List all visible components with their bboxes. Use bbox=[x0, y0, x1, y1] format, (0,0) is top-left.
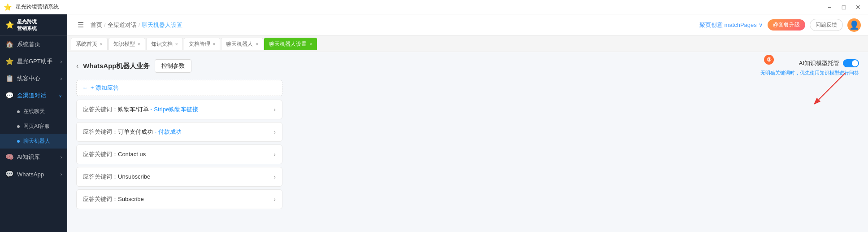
tab-chatbot-settings[interactable]: 聊天机器人设置 × bbox=[264, 38, 317, 50]
sidebar-item-leads[interactable]: 📋 线客中心 › bbox=[0, 70, 67, 87]
response-item-2[interactable]: 应答关键词：订单支付成功 - 付款成功 › bbox=[76, 122, 282, 142]
keyword-value-3: Contact us bbox=[118, 151, 146, 158]
tab-knowledge-close[interactable]: × bbox=[138, 42, 140, 47]
sidebar-logo: ⭐ 星光跨境营销系统 bbox=[0, 14, 67, 36]
matchpages-button[interactable]: 聚页创意 matchPages ∨ bbox=[699, 21, 763, 29]
tab-docmgr[interactable]: 文档管理 × bbox=[184, 38, 221, 50]
app-title: 星光跨境营销系统 bbox=[16, 3, 59, 11]
add-response-label: + 添加应答 bbox=[91, 84, 119, 92]
svg-line-1 bbox=[819, 73, 846, 100]
tab-chatbot-close[interactable]: × bbox=[256, 42, 258, 47]
keyword-label-4: 应答关键词： bbox=[83, 173, 118, 180]
sidebar-item-chatbot[interactable]: 聊天机器人 bbox=[0, 134, 67, 149]
ai-toggle-row: AI知识模型托管 bbox=[760, 59, 859, 67]
add-response-button[interactable]: ＋ + 添加应答 bbox=[76, 80, 282, 96]
sidebar: ⭐ 星光跨境营销系统 🏠 系统首页 ⭐ 星光GPT助手 › 📋 线客中心 › 💬… bbox=[0, 14, 67, 232]
tab-docmgr-label: 文档管理 bbox=[189, 40, 210, 48]
response-text-2: 应答关键词：订单支付成功 - 付款成功 bbox=[83, 128, 182, 136]
topnav-right: 聚页创意 matchPages ∨ @套餐升级 问题反馈 👤 bbox=[699, 18, 861, 32]
keyword-value-5: Subscribe bbox=[118, 196, 144, 202]
breadcrumb-home[interactable]: 首页 bbox=[91, 21, 102, 29]
menu-button[interactable]: ☰ bbox=[74, 19, 87, 31]
keyword-value-4: Unsubscribe bbox=[118, 173, 150, 180]
response-list: ＋ + 添加应答 应答关键词：购物车/订单 - Stripe购物车链接 › 应答… bbox=[76, 80, 282, 209]
tab-knowledge-label: 知识模型 bbox=[113, 40, 135, 48]
response-item-5[interactable]: 应答关键词：Subscribe › bbox=[76, 189, 282, 209]
chevron-down-icon: ∨ bbox=[59, 93, 62, 98]
maximize-button[interactable]: □ bbox=[838, 1, 850, 13]
feedback-label: 问题反馈 bbox=[816, 21, 837, 29]
topnav-left: ☰ 首页 / 全渠道对话 / 聊天机器人设置 bbox=[74, 19, 182, 31]
back-button[interactable]: ‹ bbox=[76, 62, 78, 70]
sidebar-item-gpt[interactable]: ⭐ 星光GPT助手 › bbox=[0, 53, 67, 70]
chevron-right-icon7: › bbox=[273, 151, 276, 158]
tab-home-close[interactable]: × bbox=[100, 42, 103, 47]
chevron-right-icon8: › bbox=[273, 173, 276, 180]
matchpages-label: 聚页创意 matchPages bbox=[699, 21, 757, 29]
sidebar-item-livechat[interactable]: 在线聊天 bbox=[0, 104, 67, 119]
avatar[interactable]: 👤 bbox=[847, 18, 861, 32]
breadcrumb-current: 聊天机器人设置 bbox=[142, 21, 182, 29]
annotation-number: ③ bbox=[764, 55, 774, 65]
response-item-3[interactable]: 应答关键词：Contact us › bbox=[76, 144, 282, 164]
plus-icon: ＋ bbox=[82, 84, 88, 92]
tabs-bar: 系统首页 × 知识模型 × 知识文档 × 文档管理 × 聊天机器人 × 聊天机器… bbox=[67, 36, 868, 52]
ctrl-params-button[interactable]: 控制参数 bbox=[155, 59, 191, 73]
chevron-down-icon2: ∨ bbox=[759, 22, 763, 28]
response-item-4[interactable]: 应答关键词：Unsubscribe › bbox=[76, 167, 282, 187]
star-icon: ⭐ bbox=[5, 57, 13, 66]
minimize-button[interactable]: − bbox=[823, 1, 836, 13]
main-content: ☰ 首页 / 全渠道对话 / 聊天机器人设置 聚页创意 matchPages ∨… bbox=[67, 14, 868, 232]
keyword-label-2: 应答关键词： bbox=[83, 128, 118, 135]
ai-description: 无明确关键词时，优先使用知识模型进行问答 bbox=[760, 69, 859, 77]
tab-knowledge[interactable]: 知识模型 × bbox=[108, 38, 145, 50]
chevron-right-icon: › bbox=[61, 59, 62, 64]
sidebar-app-name: 星光跨境营销系统 bbox=[17, 18, 37, 31]
response-text-4: 应答关键词：Unsubscribe bbox=[83, 173, 150, 181]
ai-toggle-switch[interactable] bbox=[843, 59, 859, 67]
keyword-sub-1: - Stripe购物车链接 bbox=[150, 106, 198, 113]
chevron-right-icon4: › bbox=[61, 172, 62, 177]
response-text-3: 应答关键词：Contact us bbox=[83, 150, 146, 158]
page-title: WhatsApp机器人业务 bbox=[83, 62, 150, 70]
ai-panel: ③ AI知识模型托管 无明确关键词时，优先使用知识模型进行问答 bbox=[760, 59, 859, 77]
sidebar-livechat-label: 在线聊天 bbox=[23, 108, 45, 115]
tab-chatbot-settings-close[interactable]: × bbox=[309, 42, 312, 47]
keyword-value-2: 订单支付成功 bbox=[118, 128, 153, 135]
tab-knowledgedoc-close[interactable]: × bbox=[175, 42, 178, 47]
chevron-right-icon6: › bbox=[273, 128, 276, 136]
sidebar-item-home[interactable]: 🏠 系统首页 bbox=[0, 36, 67, 53]
feedback-button[interactable]: 问题反馈 bbox=[810, 19, 843, 31]
breadcrumb-sep1: / bbox=[104, 22, 106, 28]
chat-icon: 💬 bbox=[5, 92, 13, 100]
sidebar-item-ailib[interactable]: 🧠 AI知识库 › bbox=[0, 149, 67, 166]
tab-chatbot-settings-label: 聊天机器人设置 bbox=[269, 40, 307, 48]
titlebar-controls: − □ ✕ bbox=[823, 1, 864, 13]
sidebar-item-aichat[interactable]: 网页AI客服 bbox=[0, 119, 67, 134]
ai-toggle-label: AI知识模型托管 bbox=[799, 59, 839, 67]
sidebar-leads-label: 线客中心 bbox=[17, 74, 40, 83]
dot-icon2 bbox=[17, 125, 20, 128]
logo-star-icon: ⭐ bbox=[5, 21, 14, 29]
tab-knowledgedoc[interactable]: 知识文档 × bbox=[146, 38, 183, 50]
sidebar-item-allchat[interactable]: 💬 全渠道对话 ∨ bbox=[0, 87, 67, 104]
tab-home[interactable]: 系统首页 × bbox=[71, 38, 108, 50]
keyword-value-1: 购物车/订单 bbox=[118, 106, 149, 113]
sidebar-chatbot-label: 聊天机器人 bbox=[23, 137, 50, 145]
page-content: ‹ WhatsApp机器人业务 控制参数 ③ AI知识模型托管 无明确关键词时，… bbox=[67, 52, 868, 232]
sidebar-item-whatsapp[interactable]: 💬 WhatsApp › bbox=[0, 166, 67, 183]
upgrade-button[interactable]: @套餐升级 bbox=[768, 19, 805, 31]
keyword-sub-2: - 付款成功 bbox=[155, 128, 182, 135]
tab-chatbot[interactable]: 聊天机器人 × bbox=[221, 38, 263, 50]
topnav: ☰ 首页 / 全渠道对话 / 聊天机器人设置 聚页创意 matchPages ∨… bbox=[67, 14, 868, 36]
keyword-label-1: 应答关键词： bbox=[83, 106, 118, 113]
avatar-icon: 👤 bbox=[849, 20, 859, 30]
response-text-5: 应答关键词：Subscribe bbox=[83, 195, 144, 203]
close-button[interactable]: ✕ bbox=[852, 1, 864, 13]
tab-docmgr-close[interactable]: × bbox=[213, 42, 216, 47]
breadcrumb-allchat[interactable]: 全渠道对话 bbox=[108, 21, 137, 29]
tab-home-label: 系统首页 bbox=[76, 40, 97, 48]
chevron-right-icon5: › bbox=[273, 106, 276, 113]
red-arrow-annotation bbox=[810, 73, 864, 109]
response-item-1[interactable]: 应答关键词：购物车/订单 - Stripe购物车链接 › bbox=[76, 100, 282, 119]
